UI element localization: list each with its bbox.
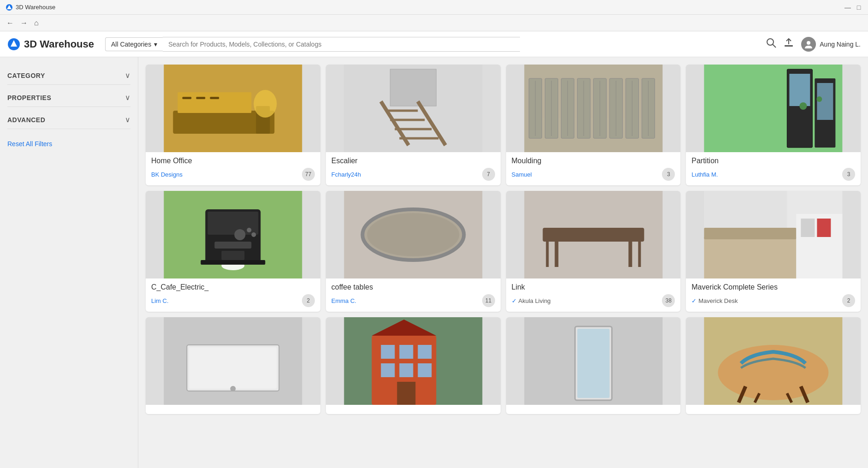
home-button[interactable]: ⌂: [32, 18, 41, 28]
card-title-partition: Partition: [691, 157, 855, 165]
card-link[interactable]: Link✓Akula Living38: [506, 191, 681, 312]
svg-rect-55: [221, 251, 244, 260]
svg-rect-72: [817, 219, 831, 237]
card-author-escalier: Fcharly24h: [331, 171, 361, 178]
card-title-escalier: Escalier: [331, 157, 495, 165]
search-input[interactable]: [163, 37, 520, 52]
svg-rect-41: [790, 74, 810, 106]
category-dropdown-label: All Categories: [111, 41, 151, 48]
card-author-link: Akula Living: [519, 297, 551, 304]
card-count-coffee-tables: 11: [482, 294, 495, 307]
filter-category-chevron: ∨: [125, 71, 130, 80]
card-maverick[interactable]: Maverick Complete Series✓Maverick Desk2: [686, 191, 861, 312]
card-title-link: Link: [512, 283, 675, 291]
header: 3D Warehouse All Categories ▾: [0, 31, 868, 57]
card-home-office[interactable]: Home OfficeBK Designs77: [146, 65, 320, 185]
main-layout: CATEGORY ∨ PROPERTIES ∨ ADVANCED ∨ Reset…: [0, 57, 868, 468]
search-button[interactable]: [766, 38, 776, 51]
card-title-coffee-tables: coffee tables: [331, 283, 495, 291]
logo-area: 3D Warehouse: [7, 38, 100, 51]
svg-rect-43: [801, 111, 810, 143]
card-count-escalier: 7: [482, 168, 495, 181]
svg-point-47: [817, 96, 822, 102]
upload-button[interactable]: [784, 38, 794, 51]
card-meta-link: ✓Akula Living38: [512, 294, 675, 307]
card-coffee-tables[interactable]: coffee tablesEmma C.11: [326, 191, 501, 312]
card-body-link: Link✓Akula Living38: [506, 278, 681, 312]
category-dropdown[interactable]: All Categories ▾: [105, 37, 163, 51]
svg-rect-69: [704, 228, 797, 239]
card-image-shower: [146, 317, 320, 405]
filter-properties-header[interactable]: PROPERTIES ∨: [7, 89, 130, 107]
card-title-cafe-electric: C_Cafe_Electric_: [151, 283, 315, 291]
maximize-button[interactable]: □: [855, 4, 862, 11]
card-meta-maverick: ✓Maverick Desk2: [691, 294, 855, 307]
svg-rect-84: [381, 363, 395, 377]
card-shower[interactable]: [146, 317, 320, 414]
card-body-maverick: Maverick Complete Series✓Maverick Desk2: [686, 278, 861, 312]
user-area[interactable]: Aung Naing L.: [801, 37, 861, 52]
filter-properties: PROPERTIES ∨: [7, 89, 130, 107]
reset-filters-link[interactable]: Reset All Filters: [7, 140, 52, 148]
filter-properties-label: PROPERTIES: [7, 94, 51, 101]
filter-advanced-header[interactable]: ADVANCED ∨: [7, 111, 130, 129]
svg-rect-85: [399, 363, 413, 377]
svg-point-77: [230, 386, 236, 391]
chevron-down-icon: ▾: [154, 41, 157, 48]
card-escalier[interactable]: EscalierFcharly24h7: [326, 65, 501, 185]
card-image-escalier: [326, 65, 501, 152]
svg-rect-76: [189, 347, 277, 389]
card-image-coffee-tables: [326, 191, 501, 278]
nav-bar: ← → ⌂: [0, 15, 868, 31]
card-author-cafe-electric: Lim C.: [151, 297, 169, 304]
card-mirror[interactable]: [506, 317, 681, 414]
svg-rect-62: [543, 228, 644, 242]
filter-properties-chevron: ∨: [125, 93, 130, 102]
window-title: 3D Warehouse: [16, 4, 55, 11]
card-wood-table[interactable]: [686, 317, 861, 414]
card-image-link: [506, 191, 681, 278]
card-body-cafe-electric: C_Cafe_Electric_Lim C.2: [146, 278, 320, 312]
card-grid: Home OfficeBK Designs77 EscalierFcharly2…: [146, 65, 861, 414]
card-body-escalier: EscalierFcharly24h7: [326, 152, 501, 185]
card-partition[interactable]: PartitionLuthfia M.3: [686, 65, 861, 185]
card-count-moulding: 3: [662, 168, 675, 181]
upload-icon: [784, 38, 794, 48]
back-button[interactable]: ←: [5, 18, 16, 28]
forward-button[interactable]: →: [18, 18, 30, 28]
svg-point-51: [234, 229, 245, 240]
card-meta-escalier: Fcharly24h7: [331, 168, 495, 181]
card-cafe-electric[interactable]: C_Cafe_Electric_Lim C.2: [146, 191, 320, 312]
svg-rect-11: [182, 97, 191, 99]
svg-rect-57: [201, 260, 265, 265]
card-author-maverick: Maverick Desk: [698, 297, 738, 304]
svg-rect-83: [418, 345, 431, 359]
search-area: All Categories ▾: [105, 37, 520, 52]
svg-rect-71: [801, 219, 815, 237]
card-body-coffee-tables: coffee tablesEmma C.11: [326, 278, 501, 312]
svg-rect-86: [418, 363, 431, 377]
card-title-moulding: Moulding: [512, 157, 675, 165]
filter-category-header[interactable]: CATEGORY ∨: [7, 66, 130, 85]
svg-rect-12: [196, 97, 205, 99]
filter-advanced: ADVANCED ∨: [7, 111, 130, 129]
card-count-cafe-electric: 2: [302, 294, 315, 307]
minimize-button[interactable]: —: [844, 4, 851, 11]
card-meta-cafe-electric: Lim C.2: [151, 294, 315, 307]
card-title-maverick: Maverick Complete Series: [691, 283, 855, 291]
card-verified-link: ✓Akula Living: [512, 297, 551, 304]
card-body-building: [326, 405, 501, 414]
card-body-mirror: [506, 405, 681, 414]
card-body-partition: PartitionLuthfia M.3: [686, 152, 861, 185]
filter-advanced-label: ADVANCED: [7, 116, 45, 124]
svg-rect-8: [177, 92, 251, 113]
user-icon: [803, 39, 814, 49]
logo-text: 3D Warehouse: [24, 38, 94, 50]
card-meta-home-office: BK Designs77: [151, 168, 315, 181]
svg-rect-81: [381, 345, 395, 359]
sidebar: CATEGORY ∨ PROPERTIES ∨ ADVANCED ∨ Reset…: [0, 57, 138, 468]
svg-rect-73: [704, 191, 787, 228]
card-moulding[interactable]: MouldingSamuel3: [506, 65, 681, 185]
card-building[interactable]: [326, 317, 501, 414]
card-meta-moulding: Samuel3: [512, 168, 675, 181]
